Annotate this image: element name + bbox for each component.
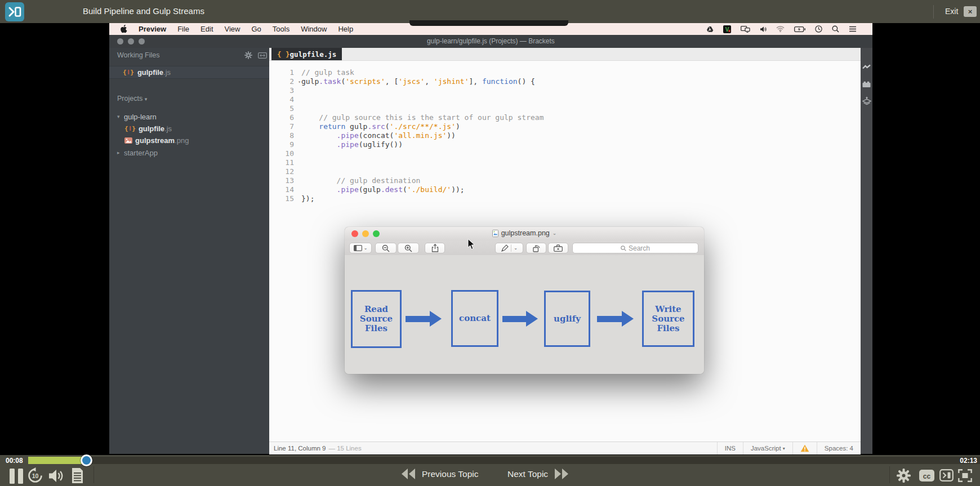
- header-divider: [933, 5, 934, 19]
- share-button[interactable]: [425, 243, 445, 253]
- diagram-box-concat: concat: [451, 290, 498, 347]
- tree-file-gulpstream[interactable]: gulpstream.png: [124, 135, 189, 146]
- menu-item-preview[interactable]: Preview: [139, 25, 166, 33]
- google-drive-icon[interactable]: [706, 26, 714, 33]
- search-field[interactable]: Search: [572, 243, 698, 253]
- js-file-icon: {ǀ}: [123, 69, 134, 76]
- chevron-down-icon[interactable]: ⌄: [553, 230, 557, 236]
- displays-icon[interactable]: [741, 26, 750, 33]
- indent-setting[interactable]: Spaces: 4: [817, 442, 861, 454]
- spotlight-search-icon[interactable]: [832, 25, 839, 33]
- lint-warning-indicator[interactable]: [792, 442, 817, 454]
- dark-overlay-bar: [409, 20, 568, 26]
- js-file-icon: { }: [277, 50, 290, 59]
- brackets-tool-rail: [861, 48, 872, 454]
- controls-divider: [889, 466, 890, 483]
- cursor-position: Line 11, Column 9: [274, 445, 326, 452]
- gear-icon[interactable]: [244, 51, 252, 59]
- tree-file-gulpfile[interactable]: {ǀ} gulpfile.js: [124, 123, 172, 134]
- menu-item-file[interactable]: File: [177, 25, 189, 33]
- progress-handle[interactable]: [81, 454, 92, 466]
- image-file-icon: [124, 137, 132, 144]
- menu-item-view[interactable]: View: [225, 25, 240, 33]
- working-files-label: Working Files: [117, 51, 159, 59]
- pause-icon: [8, 469, 25, 484]
- player-header: Build Pipeline and Gulp Streams Exit ×: [0, 0, 980, 23]
- extension-brick-icon[interactable]: [862, 81, 871, 87]
- svg-text:10: 10: [32, 472, 39, 479]
- total-duration: 02:13: [960, 457, 977, 465]
- working-file-item-gulpfile[interactable]: {ǀ} gulpfile.js: [109, 66, 269, 79]
- menu-item-window[interactable]: Window: [301, 25, 327, 33]
- preview-app-window: gulpstream.png ⌄ ⌄: [345, 227, 704, 374]
- code-line: 3: [269, 86, 861, 95]
- preview-window-title[interactable]: gulpstream.png: [501, 229, 550, 237]
- live-preview-bolt-icon[interactable]: [862, 64, 871, 71]
- v-app-icon[interactable]: V: [723, 25, 731, 33]
- tree-folder-starterapp[interactable]: ▸ starterApp: [117, 147, 158, 158]
- menu-item-go[interactable]: Go: [251, 25, 261, 33]
- previous-topic-button[interactable]: Previous Topic: [401, 469, 479, 479]
- sidebar-view-button[interactable]: ⌄: [349, 243, 372, 253]
- volume-icon[interactable]: [760, 26, 767, 33]
- code-line: 6 // gulp source this is the start of ou…: [269, 113, 861, 122]
- markup-toolbox-button[interactable]: [548, 243, 568, 253]
- volume-button[interactable]: [48, 469, 64, 483]
- diagram-box-write: Write Source Files: [642, 291, 694, 347]
- rewind-10-button[interactable]: 10: [27, 467, 43, 484]
- tree-folder-gulp-learn[interactable]: ▾ gulp-learn: [117, 111, 157, 122]
- clock-icon[interactable]: [815, 25, 822, 33]
- split-view-icon[interactable]: [258, 52, 267, 59]
- layers-upload-icon[interactable]: [862, 96, 871, 105]
- settings-button[interactable]: [896, 468, 911, 483]
- chevron-down-icon: ▾: [117, 114, 124, 119]
- double-chevron-right-icon: [554, 469, 569, 479]
- markup-pen-icon: [501, 244, 509, 252]
- code-line: 13 // gulp destination: [269, 176, 861, 185]
- brackets-sidebar: Working Files {ǀ} gulpfile.js Projects ▾…: [109, 48, 269, 454]
- svg-text:cc: cc: [923, 472, 931, 480]
- insert-mode-indicator[interactable]: INS: [717, 442, 743, 454]
- notification-list-icon[interactable]: [849, 26, 857, 32]
- menu-item-tools[interactable]: Tools: [273, 25, 289, 33]
- captions-button[interactable]: cc: [919, 470, 934, 481]
- brackets-window-title: gulp-learn/gulpfile.js (Projects) — Brac…: [109, 37, 872, 45]
- theater-mode-button[interactable]: [939, 469, 954, 481]
- exit-close-button[interactable]: ×: [964, 6, 977, 17]
- preview-titlebar: gulpstream.png ⌄: [345, 227, 704, 241]
- zoom-out-button[interactable]: [375, 243, 397, 253]
- gulpstream-image: Read Source Files concat uglify Write So…: [345, 255, 704, 374]
- preview-toolbar: ⌄ ⌄: [345, 240, 704, 256]
- brackets-titlebar: gulp-learn/gulpfile.js (Projects) — Brac…: [109, 35, 872, 48]
- exit-link[interactable]: Exit: [945, 7, 958, 16]
- warning-icon: [800, 444, 809, 452]
- language-selector[interactable]: JavaScript ▾: [743, 442, 792, 454]
- fullscreen-button[interactable]: [958, 469, 972, 482]
- projects-label[interactable]: Projects ▾: [117, 95, 147, 102]
- code-line: 5: [269, 104, 861, 113]
- js-file-icon: {ǀ}: [124, 125, 136, 132]
- video-area[interactable]: Preview File Edit View Go Tools Window H…: [109, 23, 872, 454]
- battery-icon[interactable]: [794, 26, 805, 32]
- pause-button[interactable]: [8, 469, 25, 484]
- menu-item-edit[interactable]: Edit: [201, 25, 213, 33]
- next-topic-button[interactable]: Next Topic: [507, 469, 569, 479]
- tab-gulpfile[interactable]: { }gulpfile.js: [271, 48, 342, 60]
- zoom-out-icon: [382, 244, 390, 252]
- rotate-icon: [532, 244, 541, 252]
- code-line: 4: [269, 95, 861, 104]
- rotate-button[interactable]: [526, 243, 546, 253]
- wifi-icon[interactable]: [776, 26, 785, 32]
- transcript-icon: [71, 468, 84, 483]
- zoom-in-icon: [404, 244, 412, 252]
- transcript-button[interactable]: [71, 468, 84, 483]
- markup-pen-button[interactable]: ⌄: [495, 243, 523, 253]
- chevron-right-icon: ▸: [117, 150, 124, 155]
- apple-menu-icon[interactable]: [120, 25, 127, 33]
- zoom-in-button[interactable]: [398, 243, 419, 253]
- menu-item-help[interactable]: Help: [338, 25, 353, 33]
- screen: Build Pipeline and Gulp Streams Exit × P…: [0, 0, 980, 486]
- progress-bar[interactable]: [28, 457, 980, 464]
- editor-statusbar: Line 11, Column 9 — 15 Lines INS JavaScr…: [269, 442, 861, 454]
- fold-marker-icon: ▾: [298, 78, 301, 87]
